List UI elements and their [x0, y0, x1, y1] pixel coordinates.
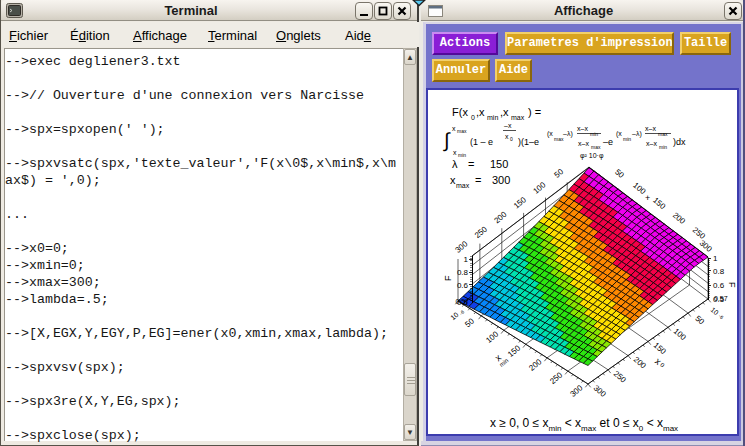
svg-text:+: + — [645, 193, 650, 203]
svg-text:∫: ∫ — [443, 129, 451, 152]
svg-text:max: max — [457, 128, 467, 134]
svg-text:250: 250 — [612, 369, 628, 385]
svg-text:)dx: )dx — [673, 137, 686, 147]
svg-text:min: min — [458, 152, 466, 158]
svg-text:100: 100 — [672, 327, 688, 343]
svg-text:max: max — [658, 131, 668, 137]
svg-text:(x: (x — [547, 130, 553, 138]
svg-text:0.6: 0.6 — [457, 281, 469, 290]
svg-text:min: min — [590, 131, 598, 137]
svg-text:φ² 10·φ: φ² 10·φ — [580, 152, 604, 160]
svg-text:max: max — [511, 114, 525, 121]
svg-text:300: 300 — [492, 174, 510, 186]
svg-text:300: 300 — [568, 383, 584, 399]
svg-text:-6: -6 — [718, 313, 725, 321]
svg-text:max: max — [456, 182, 470, 189]
svg-text:200: 200 — [492, 209, 508, 225]
svg-text:50: 50 — [693, 314, 706, 327]
svg-text:200: 200 — [632, 355, 648, 371]
svg-text:(x: (x — [616, 130, 622, 138]
svg-text:50: 50 — [463, 316, 476, 329]
svg-text:150: 150 — [651, 196, 667, 212]
svg-text:250: 250 — [548, 370, 564, 386]
svg-text:10: 10 — [709, 306, 720, 316]
svg-text:150: 150 — [512, 195, 528, 211]
svg-text:100: 100 — [531, 180, 547, 196]
svg-text:x: x — [453, 149, 457, 156]
svg-text:x ≥ 0, 0 ≤ xmin < xmax et 0 ≤: x ≥ 0, 0 ≤ xmin < xmax et 0 ≤ x0 < xmax — [490, 416, 678, 433]
svg-text:0.57: 0.57 — [455, 298, 469, 305]
svg-text:(1 – e: (1 – e — [470, 137, 493, 147]
svg-text:λ: λ — [452, 158, 458, 170]
svg-text:F(x: F(x — [452, 106, 468, 118]
svg-text:50: 50 — [613, 167, 626, 180]
svg-text:min: min — [623, 136, 631, 142]
svg-text:–λ): –λ) — [632, 130, 642, 138]
svg-text:x–x: x–x — [645, 125, 656, 132]
svg-text:=: = — [468, 158, 474, 170]
svg-text:50: 50 — [553, 167, 566, 180]
svg-text:x–x: x–x — [577, 125, 588, 132]
svg-text:-6: -6 — [458, 309, 465, 317]
svg-text:200: 200 — [671, 211, 687, 227]
svg-text:0.57: 0.57 — [714, 295, 728, 302]
svg-text:F: F — [443, 275, 453, 281]
svg-text:200: 200 — [527, 357, 543, 373]
svg-text:100: 100 — [484, 329, 500, 345]
svg-text:,x: ,x — [500, 106, 509, 118]
svg-text:150: 150 — [490, 158, 508, 170]
svg-text:,x: ,x — [476, 106, 485, 118]
svg-text:300: 300 — [453, 239, 469, 255]
svg-text:1: 1 — [713, 254, 718, 263]
svg-text:=: = — [475, 174, 481, 186]
svg-text:1: 1 — [464, 255, 469, 264]
svg-text:0.6: 0.6 — [713, 281, 725, 290]
svg-text:–λ): –λ) — [563, 130, 573, 138]
svg-text:–x: –x — [504, 122, 512, 129]
svg-text:x–x: x–x — [578, 140, 589, 147]
svg-text:0.8: 0.8 — [713, 267, 725, 276]
svg-text:min: min — [487, 114, 498, 121]
svg-text:min: min — [659, 144, 667, 150]
svg-text:250: 250 — [473, 224, 489, 240]
svg-text:x–x: x–x — [646, 140, 657, 147]
svg-text:300: 300 — [592, 383, 608, 399]
svg-text:max: max — [591, 144, 601, 150]
svg-text:x: x — [505, 133, 509, 140]
svg-text:–e: –e — [603, 137, 613, 147]
svg-text:) =: ) = — [528, 106, 541, 118]
svg-text:F: F — [727, 282, 737, 288]
svg-text:150: 150 — [506, 343, 522, 359]
svg-text:0.8: 0.8 — [457, 268, 469, 277]
svg-text:0: 0 — [659, 362, 666, 369]
svg-text:x: x — [452, 125, 456, 132]
svg-text:0: 0 — [471, 114, 475, 121]
svg-text:0: 0 — [510, 136, 513, 142]
svg-text:)(1–e: )(1–e — [518, 137, 539, 147]
